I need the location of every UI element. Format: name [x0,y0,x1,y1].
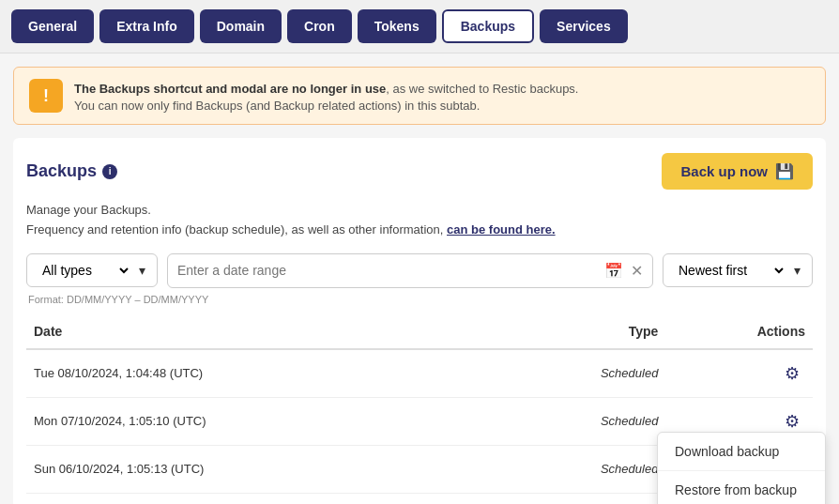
back-up-now-label: Back up now [680,163,768,179]
table-row: Tue 08/10/2024, 1:04:48 (UTC) Scheduled … [26,349,813,398]
alert-text: The Backups shortcut and modal are no lo… [74,79,578,113]
actions-dropdown: Download backup Restore from backup [657,432,826,504]
alert-icon: ! [43,86,49,106]
tab-general[interactable]: General [11,9,94,43]
date-range-container: 📅 ✕ [167,253,653,288]
sort-chevron-down-icon: ▾ [794,263,801,278]
chevron-down-icon: ▾ [139,263,145,278]
backups-title-group: Backups i [26,161,117,181]
tab-extra-info[interactable]: Extra Info [99,9,194,43]
row3-spacer [462,445,496,493]
filters-row: All types Manual Scheduled ▾ 📅 ✕ Newest … [26,253,813,288]
col-date: Date [26,314,462,349]
description-link[interactable]: can be found here. [447,222,556,237]
row2-spacer [462,397,496,445]
row2-date: Mon 07/10/2024, 1:05:10 (UTC) [26,397,462,445]
row1-type: Scheduled [496,349,665,398]
date-range-input[interactable] [177,263,597,278]
info-icon[interactable]: i [102,164,117,179]
description-line2: Frequency and retention info (backup sch… [26,221,813,240]
alert-second-line: You can now only find Backups (and Backu… [74,99,578,113]
tab-tokens[interactable]: Tokens [358,9,436,43]
alert-banner: ! The Backups shortcut and modal are no … [13,67,826,125]
disk-icon: 💾 [775,162,794,180]
row1-actions: ⚙ [665,349,813,398]
row2-gear-button[interactable]: ⚙ [779,409,805,434]
tab-services[interactable]: Services [540,9,628,43]
tab-cron[interactable]: Cron [287,9,352,43]
row1-gear-button[interactable]: ⚙ [779,361,805,386]
nav-tabs: General Extra Info Domain Cron Tokens Ba… [0,0,839,53]
back-up-now-button[interactable]: Back up now 💾 [662,153,813,190]
type-filter[interactable]: All types Manual Scheduled ▾ [26,253,158,287]
tab-backups[interactable]: Backups [442,9,534,43]
row1-date: Tue 08/10/2024, 1:04:48 (UTC) [26,349,462,398]
dropdown-item-restore[interactable]: Restore from backup [658,471,825,504]
tab-domain[interactable]: Domain [200,9,282,43]
alert-bold-text: The Backups shortcut and modal are no lo… [74,82,386,96]
description-line1: Manage your Backups. [26,201,813,221]
calendar-icon[interactable]: 📅 [604,262,623,280]
row3-date: Sun 06/10/2024, 1:05:13 (UTC) [26,445,462,493]
description: Manage your Backups. Frequency and reten… [26,201,813,240]
clear-icon[interactable]: ✕ [631,262,643,280]
row2-type: Scheduled [496,397,665,445]
row3-type: Scheduled [496,445,665,493]
alert-icon-box: ! [29,79,63,113]
sort-filter-select[interactable]: Newest first Oldest first [675,262,786,279]
col-actions: Actions [665,314,813,349]
row1-spacer [462,349,496,398]
type-filter-select[interactable]: All types Manual Scheduled [38,262,131,279]
col-type: Type [496,314,665,349]
sort-filter[interactable]: Newest first Oldest first ▾ [663,253,813,287]
alert-rest-text: , as we switched to Restic backups. [386,82,578,96]
backups-header: Backups i Back up now 💾 [26,153,813,190]
backups-title: Backups [26,161,97,181]
date-format-hint: Format: DD/MM/YYYY – DD/MM/YYYY [26,294,813,305]
col-spacer [462,314,496,349]
dropdown-item-download[interactable]: Download backup [658,433,825,471]
